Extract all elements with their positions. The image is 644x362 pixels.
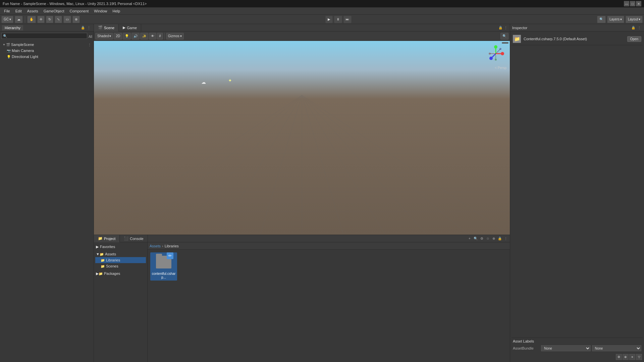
menu-bar: File Edit Assets GameObject Component Wi… [0, 7, 644, 15]
console-tab[interactable]: ⬛ Console [120, 235, 148, 242]
search-scene-button[interactable]: 🔍 [500, 33, 508, 40]
minimize-button[interactable]: — [624, 1, 629, 6]
menu-component[interactable]: Component [67, 8, 91, 14]
game-tab[interactable]: ▶ Game [119, 24, 141, 32]
layout-button[interactable]: Layout ▾ [626, 16, 643, 23]
scene-scrollbar[interactable] [502, 42, 508, 44]
project-add-button[interactable]: + [467, 236, 472, 241]
menu-window[interactable]: Window [91, 8, 110, 14]
project-tab[interactable]: 📁 Project [94, 235, 120, 242]
inspector-header-actions: 🔒 ⋮ [631, 25, 642, 31]
menu-gameobject[interactable]: GameObject [41, 8, 67, 14]
fx-button[interactable]: ✨ [140, 33, 148, 40]
assets-label: Assets [105, 252, 116, 256]
scene-menu-button[interactable]: ⋮ [503, 25, 508, 31]
inspector-spacer [512, 45, 643, 338]
scenes-folder-item[interactable]: 📁 Scenes [95, 263, 146, 269]
transform-tool-button[interactable]: ⊕ [72, 16, 80, 23]
hierarchy-search-input[interactable] [1, 33, 87, 39]
inspector-icon-btn-4[interactable]: ▽ [636, 354, 642, 360]
hierarchy-maincamera-item[interactable]: 📷 Main Camera [1, 48, 92, 54]
svg-line-8 [302, 95, 427, 235]
asset-bundle-dropdown-1[interactable]: None [541, 345, 591, 351]
close-button[interactable]: ✕ [636, 1, 641, 6]
title-bar-content: Fun Name - SampleScene - Windows, Mac, L… [3, 2, 147, 6]
scene-visibility-button[interactable]: 👁 [149, 33, 156, 40]
menu-file[interactable]: File [1, 8, 13, 14]
scene-tab-icon: 🎬 [98, 25, 103, 30]
inspector-lock-button[interactable]: 🔒 [631, 25, 636, 31]
shading-mode-button[interactable]: Shaded ▾ [95, 33, 113, 40]
asset-bundle-dropdown-2[interactable]: None [592, 345, 642, 351]
rect-tool-button[interactable]: ▭ [63, 16, 71, 23]
inspector-icon-btn-2[interactable]: ⊕ [623, 354, 629, 360]
layout-label: Layout [628, 17, 638, 21]
hierarchy-light-item[interactable]: 💡 Directional Light [1, 54, 92, 60]
asset-labels-section: Asset Labels AssetBundle None None [512, 338, 643, 353]
inspector-menu-button[interactable]: ⋮ [637, 25, 642, 31]
gizmos-button[interactable]: Gizmos ▾ [166, 33, 184, 40]
grid-button[interactable]: # [157, 33, 163, 40]
pause-button[interactable]: ⏸ [334, 16, 342, 23]
project-menu-button[interactable]: ⋮ [503, 236, 508, 241]
menu-assets[interactable]: Assets [24, 8, 41, 14]
maximize-button[interactable]: □ [630, 1, 635, 6]
project-search-button[interactable]: 🔍 [473, 236, 478, 241]
assets-header[interactable]: ▼ 📁 Assets [95, 251, 146, 257]
scene-light-object: ✦ [228, 78, 232, 83]
menu-edit[interactable]: Edit [13, 8, 24, 14]
project-filter-button[interactable]: ⚙ [479, 236, 484, 241]
inspector-bottom-icons: ⚙ ⊕ ≡ ▽ [512, 353, 643, 361]
scene-menu-btn[interactable]: ⋮ [87, 42, 92, 47]
2d-mode-button[interactable]: 2D [114, 33, 122, 40]
packages-label: Packages [104, 272, 120, 276]
step-button[interactable]: ⏭ [343, 16, 352, 23]
project-folder-tree: ▶ Favorites ▼ 📁 Assets 📁 Libr [94, 242, 148, 362]
rotate-tool-button[interactable]: ↻ [46, 16, 53, 23]
inspector-icon-btn-1[interactable]: ⚙ [616, 354, 622, 360]
lighting-button[interactable]: 💡 [123, 33, 131, 40]
search-toolbar-button[interactable]: 🔍 [597, 16, 606, 23]
bottom-content: ▶ Favorites ▼ 📁 Assets 📁 Libr [94, 242, 510, 362]
play-button[interactable]: ▶ [325, 16, 333, 23]
cloud-button[interactable]: ☁ [15, 16, 23, 23]
inspector-icon-btn-3[interactable]: ≡ [629, 354, 635, 360]
layers-button[interactable]: Layers ▾ [607, 16, 624, 23]
chevron-down-icon-3: ▾ [639, 17, 640, 21]
inspector-header: Inspector 🔒 ⋮ [510, 24, 644, 32]
menu-help[interactable]: Help [110, 8, 123, 14]
packages-section: ▶ 📁 Packages [95, 270, 146, 277]
hierarchy-content: All ▼ 🎬 SampleScene ⋮ 📷 Main Camera 💡 Di… [0, 32, 94, 362]
inspector-open-button[interactable]: Open [627, 36, 641, 42]
hierarchy-menu-button[interactable]: ⋮ [86, 25, 92, 31]
title-text: Fun Name - SampleScene - Windows, Mac, L… [3, 2, 147, 6]
svg-line-6 [302, 95, 343, 235]
scene-gizmo[interactable] [486, 44, 506, 64]
favorites-header[interactable]: ▶ Favorites [95, 244, 146, 250]
main-layout: Hierarchy 🔒 ⋮ All ▼ 🎬 SampleScene ⋮ 📷 Ma… [0, 24, 644, 362]
project-lock-button[interactable]: 🔒 [497, 236, 502, 241]
hierarchy-scene-item[interactable]: ▼ 🎬 SampleScene ⋮ [1, 42, 92, 48]
asset-contentful-item[interactable]: ✏ contentful.csharp... [150, 252, 177, 281]
project-settings-button[interactable]: ⊕ [491, 236, 496, 241]
directionallight-label: Directional Light [12, 55, 38, 59]
svg-line-3 [219, 95, 302, 235]
hierarchy-lock-button[interactable]: 🔒 [80, 25, 86, 31]
scene-camera-object: ☁ [201, 79, 206, 85]
hierarchy-tab[interactable]: Hierarchy [2, 25, 23, 31]
bottom-panel: 📁 Project ⬛ Console + 🔍 ⚙ ☆ ⊕ 🔒 ⋮ [94, 235, 510, 362]
scene-tab[interactable]: 🎬 Scene [94, 24, 119, 32]
scale-tool-button[interactable]: ⤡ [55, 16, 62, 23]
hand-tool-button[interactable]: ✋ [27, 16, 36, 23]
scene-lock-button[interactable]: 🔒 [498, 25, 503, 31]
project-favorite-button[interactable]: ☆ [485, 236, 490, 241]
move-tool-button[interactable]: ✛ [37, 16, 45, 23]
breadcrumb-root[interactable]: Assets [150, 244, 161, 248]
packages-header[interactable]: ▶ 📁 Packages [95, 270, 146, 277]
svg-point-29 [499, 48, 501, 50]
gc-button[interactable]: GC ▾ [1, 16, 13, 23]
audio-button[interactable]: 🔊 [131, 33, 140, 40]
project-assets-panel: Assets › Libraries ✏ contentful.csharp. [148, 242, 510, 362]
project-breadcrumb: Assets › Libraries [148, 242, 510, 250]
libraries-folder-item[interactable]: 📁 Libraries [95, 257, 146, 263]
